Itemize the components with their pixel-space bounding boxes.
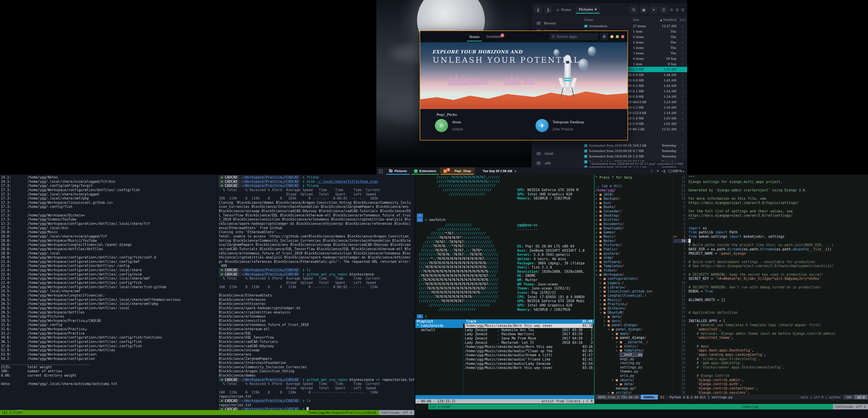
window-control[interactable] (681, 8, 684, 11)
picks-title: Pop!_Picks (436, 113, 457, 117)
star-icon[interactable]: ☆ (678, 46, 687, 50)
chevron-down-icon: ▼ (595, 8, 596, 11)
gear-icon[interactable]: ⚙ (600, 33, 608, 40)
star-icon[interactable]: ☆ (678, 62, 687, 66)
column-size[interactable]: Size (633, 18, 654, 22)
vim-code-pane[interactable]: 15"""14Django settings for django_multi_… (673, 176, 868, 395)
taskbar-tab-extensions[interactable]: Extensions (410, 168, 440, 175)
tab-installed[interactable]: Installed3 (484, 32, 507, 41)
fish-autojump-pane[interactable]: 14.1: /home/ygg/Notes14.3: /home/ygg/.lo… (1, 175, 216, 410)
continuum-status: Continuum: off ❮ (379, 410, 414, 415)
column-name[interactable]: Name (582, 18, 633, 22)
vim-statusline: NERD_tree_1 73% 44:30 NORMAL E1 Python 3… (595, 395, 868, 399)
search-icon[interactable] (630, 6, 638, 13)
cadcad-shell-pane[interactable]: ♣ CADCAD ~/Workspace/Practice◿/CADCAD ❯ … (217, 175, 414, 410)
forward-button[interactable]: ❯ (544, 6, 552, 13)
neofetch-info-fragment: GPU: NVIDIA GeForce GTX 1650 MGPU: Intel… (517, 175, 579, 201)
pick-card-atom[interactable]: ⚛ AtomGithub (435, 119, 463, 132)
view-options-icon[interactable]: ▼ (650, 6, 657, 13)
volume-icon[interactable]: ◁) (662, 169, 665, 173)
cmus-player-pane[interactable]: Playlist Track 35:49 * LadyZenaida defau… (415, 319, 594, 404)
banner-mountain (504, 72, 522, 85)
star-icon[interactable]: ☆ (678, 84, 687, 88)
window-minimize[interactable] (610, 35, 614, 38)
star-icon[interactable]: ☆ (678, 111, 687, 115)
neofetch-palette-row2 (517, 307, 566, 311)
pick-card-telegram[interactable]: ✈ Telegram DesktopJohn Preston (535, 119, 584, 132)
star-icon[interactable]: ☆ (678, 155, 687, 158)
cmus-divider (463, 324, 463, 395)
shell-prompt: ~ (417, 213, 423, 218)
file-row[interactable]: Screenshot from 2020-09-28 21-… 1.8 MB Y… (582, 154, 687, 159)
shop-banner[interactable]: EXPLORE YOUR HORIZONS AND UNLEASH YOUR P… (420, 42, 627, 109)
star-icon[interactable]: ☆ (678, 100, 687, 104)
window-control[interactable] (675, 8, 679, 11)
night-light-icon[interactable]: ☾ (651, 169, 654, 173)
bottom-monitor: 14.1: /home/ygg/Notes14.3: /home/ygg/.lo… (0, 175, 868, 418)
star-icon[interactable]: ☆ (678, 52, 687, 55)
star-icon[interactable]: ☆ (678, 41, 687, 44)
file-row[interactable]: Screenshot from 2020-09-28 21-… 4.7 MB Y… (582, 148, 687, 154)
battery-indicator[interactable]: 100 %▴ (669, 169, 684, 173)
star-icon[interactable]: ☆ (678, 149, 687, 153)
star-icon[interactable]: ☆ (678, 122, 687, 125)
network-icon[interactable]: ▼ (656, 170, 659, 172)
top-tray: ☾ ▼ ◁) 100 %▴ (651, 169, 684, 173)
banner-mountain (464, 74, 480, 85)
star-icon[interactable]: ☆ (678, 127, 687, 131)
sidebar-item-icon (537, 22, 541, 25)
cmus-tracklist[interactable]: /home/ygg/Music/zenaida/Born this way co… (465, 324, 593, 370)
file-icon (584, 25, 587, 27)
statusline-tree-segment: NERD_tree_1 73% 44:30 (595, 395, 641, 399)
file-row[interactable]: Screenshots 27 items 12:57 AM ☆ (582, 23, 687, 29)
grid-view-icon[interactable]: ▦ (640, 6, 648, 13)
file-row[interactable]: Screenshot from 2020-09-28 22-… 318.2 kB… (582, 143, 687, 148)
star-icon[interactable]: ☆ (678, 90, 687, 93)
applications-grid-icon[interactable] (378, 169, 383, 173)
neofetch-palette-row1 (517, 303, 566, 307)
star-icon[interactable]: ☆ (678, 117, 687, 120)
breadcrumb-home[interactable]: ⌂Home (554, 6, 574, 13)
back-button[interactable]: ❮ (534, 6, 542, 13)
cmus-progress-bar[interactable] (415, 395, 594, 399)
banner-bubble (579, 59, 588, 70)
left-terminal-window[interactable]: 14.1: /home/ygg/Notes14.3: /home/ygg/.lo… (0, 175, 414, 418)
star-icon[interactable]: ☆ (678, 30, 687, 33)
star-icon[interactable]: ☆ (678, 68, 687, 71)
breadcrumb-pictures[interactable]: Pictures▼ (576, 6, 600, 13)
taskbar-tab-pop-shop[interactable]: 3Pop!_Shop (440, 168, 475, 175)
tab-home[interactable]: Home (467, 32, 482, 41)
banner-bubble (588, 47, 596, 56)
tmux-pane-divider[interactable] (594, 175, 594, 404)
sidebar-item[interactable]: Recent (532, 20, 582, 27)
cmus-playlists[interactable]: * LadyZenaida default (415, 324, 463, 332)
file-icon (584, 160, 587, 163)
window-close[interactable] (621, 35, 624, 38)
window-maximize[interactable] (616, 35, 619, 38)
statusline-percent: 10% (843, 395, 855, 399)
column-star[interactable]: Star (678, 18, 687, 22)
nerdtree-pane[interactable]: " Press ? for help.. (up a dir)/home/ygg… (595, 176, 672, 395)
tmux-status-right-terminal: [1] 1:nvim* /home/ygg Continuum: off ❮ (428, 404, 868, 410)
star-icon[interactable]: ☆ (678, 79, 687, 82)
star-icon[interactable]: ☆ (678, 106, 687, 109)
clock[interactable]: Tue Sep 29 1:56 AM (483, 169, 512, 173)
menu-icon[interactable]: ☰ (660, 6, 668, 13)
column-modified[interactable]: ▲ Modified (654, 18, 678, 22)
neofetch-palette-row1-frag (517, 189, 566, 193)
folder-icon (537, 161, 541, 165)
star-icon[interactable]: ☆ (678, 73, 687, 77)
file-icon (584, 150, 587, 152)
taskbar-tab-pictures[interactable]: Pictures (385, 168, 410, 175)
sidebar-item[interactable]: .ssh (532, 158, 582, 168)
star-icon[interactable]: ☆ (678, 95, 687, 98)
star-icon[interactable]: ☆ (678, 57, 687, 60)
vim-window-separator[interactable] (672, 175, 673, 395)
right-terminal-window[interactable]: //////.76767676767676767,////// /////767… (415, 175, 868, 410)
search-input[interactable]: Search Apps (550, 33, 598, 40)
window-control[interactable] (670, 8, 673, 11)
sidebar-item[interactable]: .local (532, 149, 582, 158)
star-icon[interactable]: ☆ (678, 35, 687, 39)
star-icon[interactable]: ☆ (678, 24, 687, 28)
star-icon[interactable]: ☆ (678, 144, 687, 147)
